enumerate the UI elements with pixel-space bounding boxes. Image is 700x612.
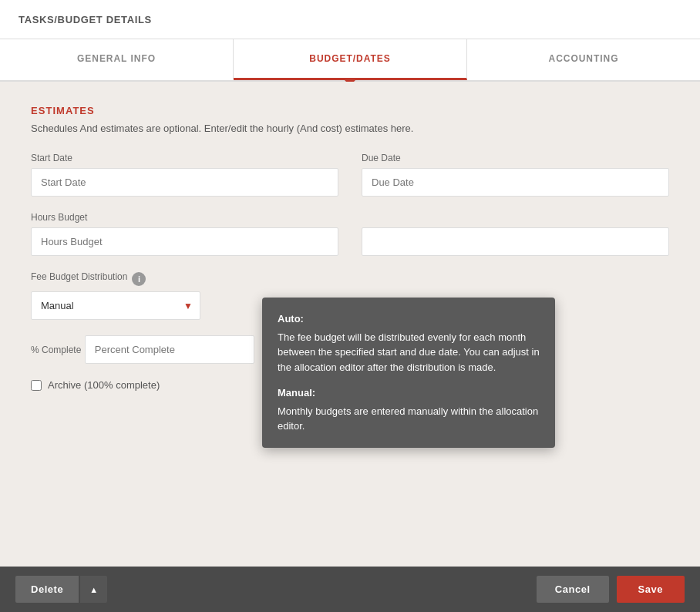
tooltip-auto-label: Auto: [278, 311, 540, 327]
hours-budget-extra-input[interactable] [362, 227, 669, 256]
fee-budget-label: Fee Budget Distribution [31, 271, 127, 282]
tooltip-popup: Auto: The fee budget will be distributed… [262, 298, 555, 448]
tooltip-manual-label: Manual: [278, 385, 540, 401]
tooltip-manual-text: Monthly budgets are entered manually wit… [278, 405, 538, 432]
tab-budget-dates[interactable]: BUDGET/DATES [234, 39, 467, 80]
due-date-group: Due Date [362, 153, 669, 197]
fee-budget-label-row: Fee Budget Distribution i [31, 271, 669, 287]
footer-left: Delete ▲ [15, 576, 107, 603]
tab-accounting[interactable]: ACCOUNTING [467, 39, 700, 80]
archive-label: Archive (100% complete) [48, 379, 160, 391]
tooltip-auto-text: The fee budget will be distributed evenl… [278, 330, 540, 375]
archive-checkbox[interactable] [31, 380, 42, 391]
cancel-button[interactable]: Cancel [537, 576, 609, 603]
main-content: ESTIMATES Schedules And estimates are op… [0, 82, 700, 567]
page-title: TASKS/BUDGET DETAILS [19, 14, 152, 25]
estimates-section-title: ESTIMATES [31, 105, 669, 116]
due-date-label: Due Date [362, 153, 669, 163]
info-icon[interactable]: i [132, 272, 146, 286]
hours-budget-label: Hours Budget [31, 212, 338, 223]
start-date-input[interactable] [31, 168, 338, 197]
footer-bar: Delete ▲ Cancel Save [0, 567, 700, 612]
hours-budget-right-group [362, 212, 669, 256]
due-date-input[interactable] [362, 168, 669, 197]
hours-budget-row: Hours Budget [31, 212, 669, 256]
delete-arrow-button[interactable]: ▲ [80, 576, 107, 603]
tab-general-info[interactable]: GENERAL INFO [0, 39, 234, 80]
header-bar: TASKS/BUDGET DETAILS [0, 0, 700, 39]
footer-right: Cancel Save [537, 576, 685, 603]
percent-complete-label: % Complete [31, 345, 81, 355]
percent-complete-input[interactable] [85, 335, 254, 364]
start-date-label: Start Date [31, 153, 338, 163]
hours-budget-group: Hours Budget [31, 212, 338, 256]
save-button[interactable]: Save [617, 576, 685, 603]
delete-button[interactable]: Delete [15, 576, 79, 603]
tabs-row: GENERAL INFO BUDGET/DATES ACCOUNTING [0, 39, 700, 82]
estimates-description: Schedules And estimates are optional. En… [31, 123, 669, 134]
date-row: Start Date Due Date [31, 153, 669, 197]
hours-budget-input[interactable] [31, 227, 338, 256]
fee-budget-select-wrapper: Manual Auto ▼ [31, 291, 200, 320]
fee-budget-select[interactable]: Manual Auto [31, 291, 200, 320]
start-date-group: Start Date [31, 153, 338, 197]
